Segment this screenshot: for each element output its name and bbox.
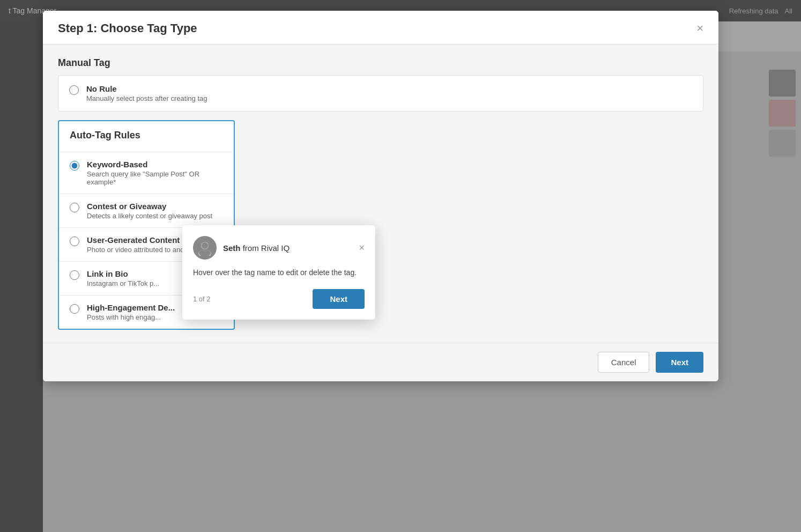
tooltip-name-bold: Seth <box>223 243 241 253</box>
auto-tag-section: Auto-Tag Rules Keyword-Based Search quer… <box>58 120 703 330</box>
modal-header: Step 1: Choose Tag Type × <box>43 11 718 45</box>
tooltip-identity: Seth from Rival IQ <box>193 236 290 260</box>
svg-point-2 <box>202 242 208 249</box>
modal-footer: Cancel Next <box>43 343 718 381</box>
high-engagement-label: High-Engagement De... <box>87 303 175 312</box>
tooltip-footer: 1 of 2 Next <box>193 289 365 309</box>
no-rule-desc: Manually select posts after creating tag <box>86 94 207 102</box>
contest-desc: Detects a likely contest or giveaway pos… <box>87 212 212 220</box>
tooltip-name-suffix: from Rival IQ <box>241 243 290 253</box>
ugc-radio[interactable] <box>70 237 79 246</box>
cancel-button[interactable]: Cancel <box>598 352 650 373</box>
auto-tag-title: Auto-Tag Rules <box>59 121 234 145</box>
manual-tag-title: Manual Tag <box>58 57 703 69</box>
no-rule-radio[interactable] <box>69 85 79 95</box>
link-in-bio-radio[interactable] <box>70 270 79 280</box>
keyword-label: Keyword-Based <box>87 160 223 169</box>
modal-body: Manual Tag No Rule Manually select posts… <box>43 45 718 343</box>
keyword-radio[interactable] <box>70 161 79 171</box>
tooltip-next-button[interactable]: Next <box>313 289 365 309</box>
modal-close-button[interactable]: × <box>696 23 703 34</box>
contest-option[interactable]: Contest or Giveaway Detects a likely con… <box>59 194 234 227</box>
high-engagement-radio[interactable] <box>70 304 79 314</box>
high-engagement-desc: Posts with high engag... <box>87 313 175 321</box>
link-in-bio-desc: Instagram or TikTok p... <box>87 279 159 287</box>
keyword-desc: Search query like "Sample Post" OR examp… <box>87 170 223 186</box>
keyword-option[interactable]: Keyword-Based Search query like "Sample … <box>59 152 234 194</box>
contest-label: Contest or Giveaway <box>87 202 212 211</box>
tooltip-header: Seth from Rival IQ × <box>193 236 365 260</box>
link-in-bio-label: Link in Bio <box>87 269 159 278</box>
tooltip-close-button[interactable]: × <box>359 242 365 254</box>
modal-title: Step 1: Choose Tag Type <box>58 21 197 35</box>
tooltip-pagination: 1 of 2 <box>193 295 211 303</box>
no-rule-option[interactable]: No Rule Manually select posts after crea… <box>58 75 703 112</box>
contest-radio[interactable] <box>70 203 79 212</box>
next-button[interactable]: Next <box>656 352 703 373</box>
tooltip-name: Seth from Rival IQ <box>223 243 290 253</box>
avatar <box>193 236 217 260</box>
tooltip-message: Hover over the tag name to edit or delet… <box>193 267 365 278</box>
main-modal: Step 1: Choose Tag Type × Manual Tag No … <box>43 11 718 381</box>
tooltip-popup: Seth from Rival IQ × Hover over the tag … <box>182 225 375 320</box>
no-rule-label: No Rule <box>86 84 207 93</box>
